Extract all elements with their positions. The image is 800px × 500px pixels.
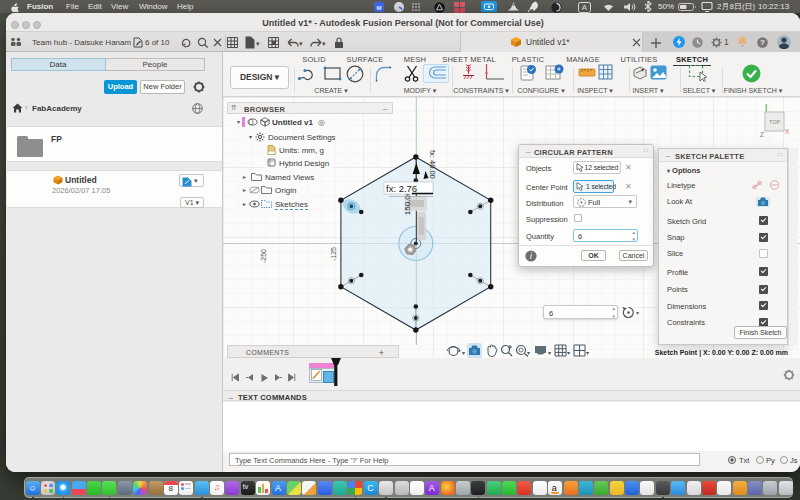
svg-text:-250: -250 bbox=[260, 249, 267, 263]
svg-text:A: A bbox=[582, 3, 588, 12]
svg-text:M: M bbox=[377, 5, 382, 11]
svg-text:-125: -125 bbox=[330, 247, 337, 261]
svg-text:?: ? bbox=[760, 38, 765, 47]
svg-text:fx: 40.00: fx: 40.00 bbox=[428, 150, 437, 179]
svg-text:TOP: TOP bbox=[769, 119, 781, 125]
svg-text:X: X bbox=[785, 128, 790, 135]
svg-text:Z: Z bbox=[760, 131, 765, 138]
